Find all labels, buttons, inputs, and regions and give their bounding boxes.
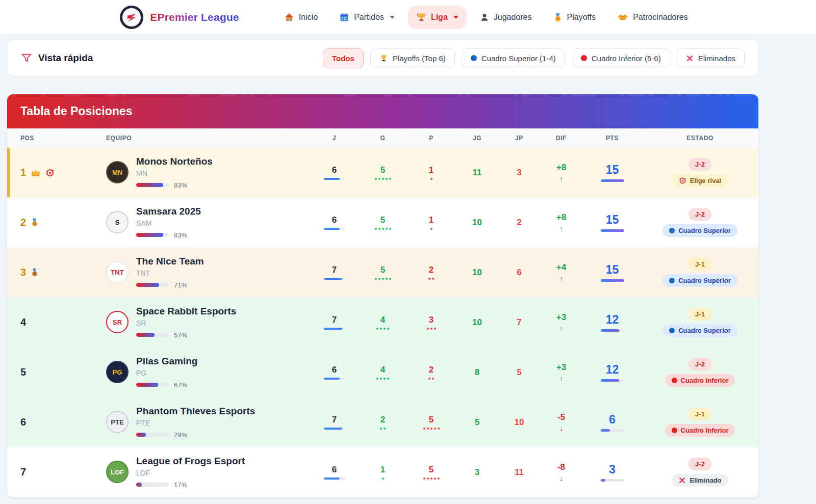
nav-item-patrocinadores[interactable]: Patrocinadores: [609, 6, 696, 29]
team-cell: SRSpace Rabbit EsportsSR57%: [106, 306, 310, 339]
red-dot-icon: [672, 378, 677, 383]
nav-item-liga[interactable]: Liga: [408, 6, 467, 29]
nav-item-playoffs[interactable]: Playoffs: [545, 6, 604, 29]
state-cell: J-2Eliminado: [642, 458, 758, 487]
table-row[interactable]: 2SSamsara 2025SAM83%651102+8↑15J-2Cuadro…: [7, 198, 758, 248]
top-navbar: EPremier League InicioPartidosLigaJugado…: [0, 0, 816, 35]
nav-item-inicio[interactable]: Inicio: [276, 6, 326, 29]
winrate: 17%: [136, 481, 245, 489]
points-cell: 15: [583, 163, 642, 182]
brand[interactable]: EPremier League: [120, 6, 239, 29]
played-value: 7: [332, 415, 337, 425]
winrate-label: 71%: [174, 281, 187, 289]
blue-dot-icon: [669, 278, 675, 283]
team-info: Samsara 2025SAM83%: [136, 206, 201, 239]
blue-dot-icon: [669, 328, 675, 333]
team-cell: SSamsara 2025SAM83%: [106, 206, 310, 239]
losses-cell: 1: [407, 165, 455, 180]
diff-value: -8: [557, 462, 565, 472]
team-name: Monos Norteños: [136, 156, 213, 168]
team-logo: LOF: [106, 461, 129, 483]
table-row[interactable]: 5PGPilas GamingPG67%64285+3↑12J-2Cuadro …: [7, 348, 758, 397]
losses-dots: [423, 478, 440, 480]
filter-button-eliminados[interactable]: Eliminados: [677, 48, 745, 68]
diff-value: +8: [556, 213, 566, 223]
games-lost-cell: 7: [499, 317, 540, 328]
winrate-bar: [136, 383, 169, 387]
column-header-equipo: EQUIPO: [106, 135, 310, 142]
played-cell: 7: [310, 315, 359, 330]
nav-item-label: Partidos: [354, 13, 384, 22]
table-row[interactable]: 3TNTThe Nice TeamTNT71%752106+4↑15J-1Cua…: [7, 248, 758, 298]
wins-value: 2: [380, 415, 385, 425]
winrate: 67%: [136, 381, 197, 389]
played-bar: [324, 428, 345, 430]
winrate: 57%: [136, 331, 236, 339]
position-cell: 7: [20, 466, 106, 478]
team-name: Phantom Thieves Esports: [136, 406, 255, 417]
funnel-icon: [21, 52, 32, 64]
trend-up-icon: ↑: [559, 275, 563, 282]
points-bar: [601, 179, 624, 182]
played-value: 6: [332, 465, 337, 475]
status-badge: J-1: [688, 258, 711, 271]
team-logo: MN: [106, 161, 129, 183]
diff-cell: +3↑: [540, 362, 583, 382]
trend-up-icon: ↑: [559, 375, 563, 382]
winrate-label: 17%: [174, 481, 187, 489]
filter-button-label: Playoffs (Top 6): [393, 54, 446, 63]
status-badge-label: Eliminado: [690, 476, 721, 484]
team-name: Samsara 2025: [136, 206, 201, 218]
played-bar: [324, 328, 345, 330]
status-badge: J-1: [688, 408, 711, 420]
diff-cell: +3↑: [540, 312, 583, 332]
winrate-bar: [136, 283, 169, 287]
status-badge-label: J-2: [695, 360, 705, 368]
diff-value: +3: [556, 362, 566, 373]
games-lost-value: 10: [515, 417, 524, 428]
played-bar: [324, 478, 345, 480]
losses-dots: [430, 228, 432, 230]
table-row[interactable]: 4SRSpace Rabbit EsportsSR57%743107+3↑12J…: [7, 298, 758, 348]
diff-cell: +8↑: [540, 213, 583, 232]
winrate-bar: [136, 183, 169, 187]
trend-up-icon: ↑: [559, 175, 563, 182]
wins-dots: [382, 478, 384, 480]
filter-buttons: TodosPlayoffs (Top 6)Cuadro Superior (1-…: [323, 48, 745, 68]
status-badge: J-1: [688, 308, 711, 321]
status-badge-label: J-1: [695, 310, 705, 318]
played-cell: 6: [310, 465, 359, 480]
points-cell: 12: [583, 363, 642, 382]
nav-item-partidos[interactable]: Partidos: [331, 6, 403, 29]
table-row[interactable]: 1MNMonos NorteñosMN83%651113+8↑15J-2Elig…: [7, 148, 758, 198]
filter-button-todos[interactable]: Todos: [323, 48, 364, 68]
trend-down-icon: ↓: [559, 475, 563, 482]
position-cell: 4: [20, 316, 106, 328]
filter-button-label: Todos: [332, 54, 354, 63]
games-lost-cell: 2: [499, 218, 540, 228]
nav-item-jugadores[interactable]: Jugadores: [472, 6, 540, 29]
table-row[interactable]: 6PTEPhantom Thieves EsportsPTE29%725510-…: [7, 397, 758, 447]
target-icon: [45, 168, 55, 177]
played-value: 7: [332, 265, 337, 275]
red-dot-icon: [672, 428, 677, 433]
team-logo: TNT: [106, 261, 129, 283]
x-icon: [686, 55, 694, 62]
points-value: 15: [606, 263, 619, 277]
filter-button-cuadro-inferior-5-6[interactable]: Cuadro Inferior (5-6): [572, 48, 670, 68]
filter-button-playoffs-top-6[interactable]: Playoffs (Top 6): [370, 48, 455, 68]
blue-dot-icon: [471, 55, 477, 61]
position-number: 7: [20, 466, 26, 478]
played-value: 7: [332, 315, 337, 325]
team-logo: SR: [106, 311, 129, 333]
table-row[interactable]: 7LOFLeague of Frogs EsportLOF17%615311-8…: [7, 447, 758, 497]
played-value: 6: [332, 165, 337, 175]
column-header-jg: JG: [455, 135, 499, 142]
points-bar: [601, 279, 624, 282]
team-name: The Nice Team: [136, 256, 204, 268]
crown-icon: [31, 169, 41, 177]
filter-button-cuadro-superior-1-4[interactable]: Cuadro Superior (1-4): [462, 48, 565, 68]
filter-button-label: Cuadro Superior (1-4): [481, 54, 556, 63]
team-abbr: PTE: [136, 419, 255, 427]
losses-dots: [428, 278, 434, 280]
